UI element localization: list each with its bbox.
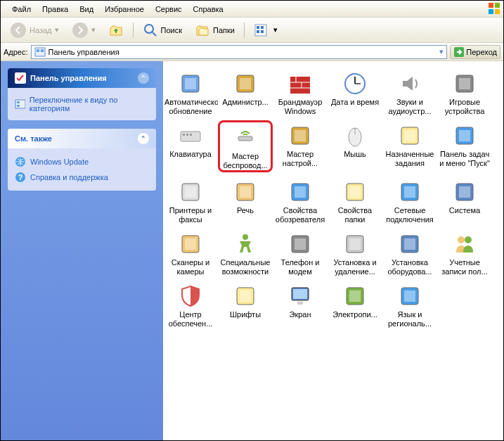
- display-icon: [287, 283, 313, 309]
- cpl-item-mouse[interactable]: Мышь: [328, 120, 382, 172]
- icon-label: Дата и время: [328, 98, 382, 107]
- keyboard-icon: [178, 123, 203, 148]
- up-button[interactable]: [103, 20, 129, 40]
- menu-item[interactable]: Файл: [6, 2, 37, 16]
- svg-rect-52: [185, 186, 196, 198]
- search-label: Поиск: [161, 26, 182, 34]
- checkmark-icon: [15, 72, 26, 84]
- folder-up-icon: [108, 23, 124, 38]
- search-button[interactable]: Поиск: [138, 20, 187, 40]
- panel-header[interactable]: См. также ⌃: [8, 129, 156, 148]
- svg-rect-64: [185, 238, 196, 250]
- cpl-item-scanners[interactable]: Сканеры и камеры: [163, 229, 218, 276]
- cpl-item-game[interactable]: Игровые устройства: [437, 68, 492, 116]
- icon-label: Принтеры и факсы: [163, 206, 218, 224]
- menu-item[interactable]: Вид: [74, 2, 99, 16]
- svg-rect-3: [495, 9, 500, 14]
- cpl-item-netsetup[interactable]: Мастер настрой...: [273, 120, 328, 172]
- cpl-item-netconn[interactable]: Сетевые подключения: [382, 177, 437, 224]
- svg-point-5: [72, 23, 88, 38]
- folders-button[interactable]: Папки: [190, 20, 240, 40]
- svg-point-4: [11, 23, 26, 38]
- back-label: Назад: [30, 26, 52, 34]
- fonts-icon: [233, 283, 258, 309]
- cpl-item-update[interactable]: Автоматическое обновление: [163, 68, 218, 116]
- addremove-icon: [342, 231, 368, 257]
- cpl-item-tasks[interactable]: Назначенные задания: [382, 120, 437, 172]
- sidebar-panel-control: Панель управления ⌃ Переключение к виду …: [8, 68, 156, 120]
- cpl-item-folderopt[interactable]: Свойства папки: [328, 177, 382, 224]
- forward-button[interactable]: ▾: [67, 20, 101, 41]
- views-icon: [254, 23, 271, 37]
- address-input[interactable]: [49, 48, 437, 56]
- svg-point-65: [243, 234, 248, 240]
- menu-item[interactable]: Справка: [188, 2, 229, 16]
- sidebar-link-category-view[interactable]: Переключение к виду по категориям: [15, 94, 149, 115]
- cpl-item-printers[interactable]: Принтеры и факсы: [163, 177, 218, 224]
- dropdown-icon[interactable]: ▾: [439, 47, 444, 56]
- back-button[interactable]: Назад ▾: [5, 20, 64, 41]
- link-label: Переключение к виду по категориям: [30, 96, 149, 113]
- cpl-item-addhw[interactable]: Установка оборудова...: [382, 229, 437, 276]
- go-button[interactable]: Переход: [450, 45, 500, 59]
- svg-point-73: [465, 236, 472, 243]
- cpl-item-users[interactable]: Учетные записи пол...: [437, 229, 492, 276]
- cpl-item-system[interactable]: Система: [437, 177, 492, 224]
- address-bar: Адрес: ▾ Переход: [1, 43, 503, 61]
- svg-point-6: [145, 25, 153, 33]
- cpl-item-datetime[interactable]: Дата и время: [328, 68, 382, 116]
- menu-item[interactable]: Сервис: [150, 2, 188, 16]
- collapse-icon[interactable]: ⌃: [138, 72, 149, 84]
- inetopt-icon: [287, 179, 313, 205]
- cpl-item-sound[interactable]: Звуки и аудиоустр...: [382, 68, 437, 116]
- netsetup-icon: [287, 123, 313, 148]
- menu-item[interactable]: Избранное: [99, 2, 150, 16]
- icon-label: Установка и удаление...: [328, 258, 382, 276]
- menu-item[interactable]: Правка: [37, 2, 74, 16]
- panel-title: Панель управления: [30, 74, 107, 82]
- cpl-item-speech[interactable]: Речь: [218, 177, 273, 224]
- sidebar-link-help[interactable]: ? Справка и поддержка: [15, 170, 149, 185]
- folders-icon: [195, 23, 210, 38]
- control-panel-icon: [34, 46, 46, 58]
- panel-title: См. также: [15, 134, 52, 143]
- cpl-item-admin[interactable]: Администр...: [218, 68, 273, 116]
- cpl-item-taskbar[interactable]: Панель задач и меню "Пуск": [437, 120, 492, 172]
- icon-label: Назначенные задания: [382, 150, 437, 168]
- cpl-item-addremove[interactable]: Установка и удаление...: [328, 229, 382, 276]
- cpl-item-wireless[interactable]: Мастер беспровод...: [218, 120, 273, 172]
- icon-label: Брандмауэр Windows: [273, 98, 328, 116]
- icon-label: Свойства обозревателя: [273, 206, 328, 224]
- admin-icon: [233, 71, 258, 96]
- svg-rect-20: [17, 105, 20, 107]
- cpl-item-regional[interactable]: Язык и региональ...: [382, 281, 437, 328]
- cpl-item-keyboard[interactable]: Клавиатура: [163, 120, 218, 172]
- cpl-item-security[interactable]: Центр обеспечен...: [163, 281, 218, 328]
- views-button[interactable]: ▾: [249, 21, 283, 39]
- svg-rect-38: [181, 132, 200, 141]
- collapse-icon[interactable]: ⌃: [138, 133, 149, 144]
- cpl-item-display[interactable]: Экран: [273, 281, 328, 328]
- svg-rect-37: [459, 78, 470, 89]
- icon-label: Установка оборудова...: [382, 258, 437, 276]
- icon-label: Игровые устройства: [437, 98, 492, 116]
- switch-view-icon: [15, 98, 25, 110]
- sidebar-link-windows-update[interactable]: Windows Update: [15, 154, 149, 170]
- addhw-icon: [397, 231, 422, 257]
- icon-label: Система: [437, 206, 492, 215]
- cpl-item-access[interactable]: Специальные возможности: [218, 229, 273, 276]
- svg-rect-56: [295, 186, 306, 198]
- cpl-item-power[interactable]: Электропи...: [328, 281, 382, 328]
- svg-rect-12: [261, 30, 264, 33]
- forward-icon: [72, 22, 89, 39]
- tasks-icon: [397, 123, 422, 148]
- svg-rect-19: [17, 101, 20, 103]
- cpl-item-inetopt[interactable]: Свойства обозревателя: [273, 177, 328, 224]
- cpl-item-fonts[interactable]: Шрифты: [218, 281, 273, 328]
- dropdown-icon: ▾: [55, 25, 59, 34]
- cpl-item-firewall[interactable]: Брандмауэр Windows: [273, 68, 328, 116]
- address-input-wrapper[interactable]: ▾: [31, 45, 448, 59]
- toolbar: Назад ▾ ▾ Поиск Папки ▾: [1, 18, 503, 43]
- panel-header[interactable]: Панель управления ⌃: [8, 68, 156, 88]
- cpl-item-phone[interactable]: Телефон и модем: [273, 229, 328, 276]
